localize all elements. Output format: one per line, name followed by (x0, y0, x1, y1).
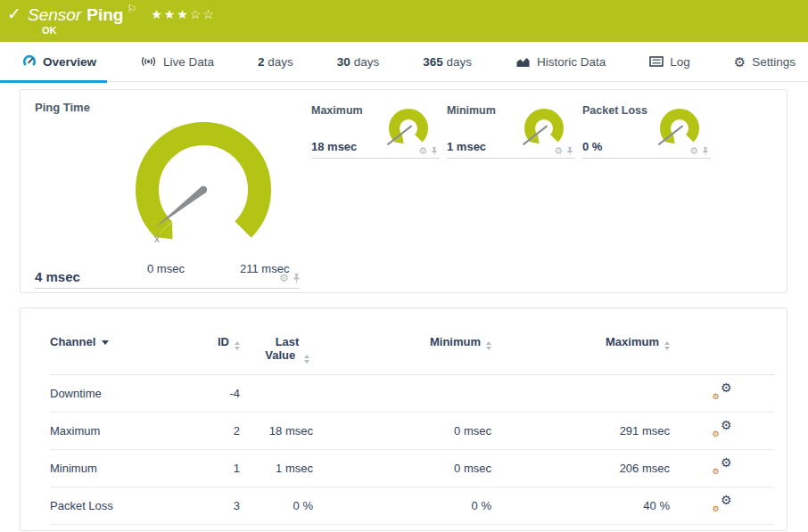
tab-live-data[interactable]: Live Data (138, 42, 216, 82)
sensor-type-label: Sensor (28, 5, 81, 24)
priority-stars[interactable]: ★★★☆☆ (151, 7, 216, 21)
channel-minimum (313, 375, 491, 413)
gear-icon: ⚙ (734, 55, 746, 69)
ok-check-icon: ✓ (7, 4, 21, 24)
channel-maximum: 206 msec (491, 450, 670, 487)
channel-name[interactable]: Packet Loss (50, 487, 202, 525)
main-gauge-divider (35, 288, 300, 289)
column-header-last-value[interactable]: Last Value (240, 308, 313, 375)
channel-last-value: 18 msec (240, 413, 313, 450)
mini-gauge-packet-loss: Packet Loss 0 % ⚙ (582, 102, 711, 159)
channel-minimum: 0 msec (313, 450, 491, 487)
channel-id: 2 (202, 413, 240, 450)
channel-maximum (491, 375, 670, 413)
chart-icon (515, 56, 531, 68)
channel-last-value (240, 375, 313, 413)
channel-name[interactable]: Downtime (50, 375, 202, 413)
main-gauge-tools: ⚙ (279, 273, 301, 283)
gauge-icon (22, 54, 37, 69)
channel-id: 1 (202, 450, 240, 487)
sensor-name: Ping (87, 5, 123, 24)
sensor-title: SensorPing⚐★★★☆☆ (28, 3, 216, 25)
gauge-settings-icon[interactable]: ⚙ (418, 146, 427, 156)
sort-icon (664, 341, 670, 350)
gauges-panel: Ping Time x̄ 0 msec 211 msec 4 msec ⚙ Ma… (20, 89, 787, 293)
channel-settings-icon[interactable]: ⚙⚙ (713, 384, 732, 400)
tab-365-days[interactable]: 365 days (421, 42, 474, 82)
broadcast-icon (140, 55, 157, 68)
channel-name[interactable]: Minimum (50, 450, 202, 487)
mini-gauge-title: Packet Loss (582, 104, 647, 117)
channel-settings-icon[interactable]: ⚙⚙ (713, 459, 732, 475)
log-icon (649, 56, 664, 67)
mini-gauge-minimum: Minimum 1 msec ⚙ (447, 102, 575, 159)
ping-time-value: 4 msec (35, 269, 80, 284)
channel-settings-icon[interactable]: ⚙⚙ (713, 496, 732, 512)
packet-loss-value: 0 % (582, 140, 602, 153)
channel-id: 0 (202, 525, 240, 532)
channel-table-panel: Channel ID Last Value Minimum Maximum (20, 307, 787, 531)
mini-gauge-title: Minimum (447, 104, 496, 117)
tab-30-days[interactable]: 30 days (335, 42, 381, 82)
priority-flag-icon[interactable]: ⚐ (127, 3, 136, 15)
mini-gauge-tools: ⚙ (689, 146, 709, 156)
channel-id: -4 (202, 375, 240, 413)
sort-icon (304, 355, 309, 364)
sort-icon (235, 341, 240, 350)
sensor-status-banner: ✓ SensorPing⚐★★★☆☆ OK (0, 0, 808, 42)
column-header-minimum[interactable]: Minimum (313, 308, 491, 375)
tab-historic-data[interactable]: Historic Data (514, 42, 607, 82)
column-header-channel[interactable]: Channel (50, 308, 202, 375)
gauge-settings-icon[interactable]: ⚙ (279, 273, 289, 283)
mini-gauge-title: Maximum (311, 104, 363, 117)
sort-icon (486, 341, 491, 350)
pin-icon[interactable] (431, 147, 438, 156)
main-gauge-title: Ping Time (35, 101, 90, 114)
channel-id: 3 (202, 487, 240, 525)
gauge-scale-min: 0 msec (147, 262, 185, 275)
channel-settings-icon[interactable]: ⚙⚙ (713, 422, 732, 438)
gauge-settings-icon[interactable]: ⚙ (554, 146, 563, 156)
ping-time-gauge (123, 115, 284, 265)
gauge-average-marker: x̄ (154, 233, 160, 245)
mini-gauge-maximum: Maximum 18 msec ⚙ (311, 102, 440, 159)
channel-last-value: 1 msec (240, 450, 313, 487)
mini-gauge-tools: ⚙ (554, 146, 573, 156)
column-header-id[interactable]: ID (202, 308, 240, 375)
maximum-value: 18 msec (311, 140, 357, 153)
channel-table: Channel ID Last Value Minimum Maximum (50, 308, 774, 531)
table-header-row: Channel ID Last Value Minimum Maximum (50, 308, 774, 375)
tab-log[interactable]: Log (647, 42, 692, 82)
sensor-tab-bar: Overview Live Data 2 days 30 days 365 da… (0, 42, 808, 82)
channel-maximum: 291 msec (491, 413, 670, 450)
column-header-tools (670, 308, 774, 375)
table-row: Packet Loss 3 0 % 0 % 40 % ⚙⚙ (50, 487, 774, 525)
channel-maximum: 211 msec (491, 525, 670, 532)
pin-icon[interactable] (702, 147, 709, 156)
channel-minimum: 0 % (313, 487, 491, 525)
pin-icon[interactable] (293, 274, 301, 283)
tab-overview[interactable]: Overview (21, 42, 98, 82)
tab-2-days[interactable]: 2 days (256, 42, 295, 82)
table-row: Minimum 1 1 msec 0 msec 206 msec ⚙⚙ (50, 450, 774, 487)
table-row: Ping Time 0 4 msec 0 msec 211 msec ⚙⚙ (50, 525, 774, 532)
channel-maximum: 40 % (491, 487, 670, 525)
table-row: Downtime -4 ⚙⚙ (50, 375, 774, 413)
pin-icon[interactable] (566, 147, 573, 156)
column-header-maximum[interactable]: Maximum (491, 308, 670, 375)
gauge-settings-icon[interactable]: ⚙ (689, 146, 698, 156)
channel-name[interactable]: Ping Time (50, 525, 202, 532)
sort-desc-icon (102, 340, 109, 345)
channel-last-value: 4 msec (240, 525, 313, 532)
channel-name[interactable]: Maximum (50, 413, 202, 450)
tab-settings[interactable]: ⚙ Settings (732, 42, 797, 82)
channel-minimum: 0 msec (313, 413, 491, 450)
minimum-value: 1 msec (447, 140, 486, 153)
table-row: Maximum 2 18 msec 0 msec 291 msec ⚙⚙ (50, 413, 774, 450)
channel-last-value: 0 % (240, 487, 313, 525)
sensor-status-text: OK (42, 25, 57, 36)
mini-gauge-tools: ⚙ (418, 146, 438, 156)
channel-minimum: 0 msec (313, 525, 491, 532)
